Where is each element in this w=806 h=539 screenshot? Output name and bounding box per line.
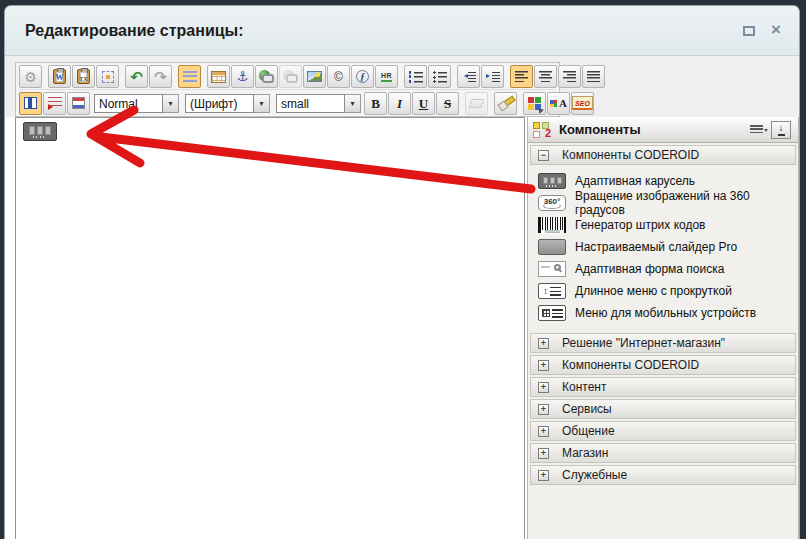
bold-button[interactable]: B	[364, 92, 387, 115]
section-content[interactable]: + Контент	[530, 377, 796, 397]
increase-indent-icon	[486, 71, 500, 83]
undo-icon: ↶	[130, 69, 143, 84]
justify-icon	[587, 71, 600, 82]
flash-button[interactable]: ƒ	[351, 65, 374, 88]
expand-icon[interactable]: +	[538, 470, 549, 481]
collapse-icon[interactable]: −	[538, 150, 549, 161]
placed-adaptive-carousel-component[interactable]	[23, 122, 57, 141]
font-size-dropdown[interactable]: small ▾	[276, 94, 361, 113]
component-item-scrolling-menu[interactable]: ↕ Длинное меню с прокруткой	[528, 280, 798, 302]
chevron-down-icon[interactable]: ▾	[163, 94, 179, 113]
undo-button[interactable]: ↶	[125, 65, 148, 88]
redo-button[interactable]: ↷	[149, 65, 172, 88]
expand-icon[interactable]: +	[538, 360, 549, 371]
table-icon	[211, 71, 226, 83]
paragraph-format-value[interactable]: Normal	[94, 94, 163, 113]
insert-image-button[interactable]	[303, 65, 326, 88]
justify-button[interactable]	[582, 65, 605, 88]
align-center-button[interactable]	[534, 65, 557, 88]
highlight-brush-button[interactable]	[494, 92, 517, 115]
expand-icon[interactable]: +	[538, 426, 549, 437]
expand-icon[interactable]: +	[538, 382, 549, 393]
horizontal-rule-button[interactable]: HR	[375, 65, 398, 88]
copyright-icon: ©	[334, 71, 343, 83]
styled-div-button[interactable]	[43, 92, 66, 115]
seo-button[interactable]: SEO	[571, 92, 594, 115]
editor-canvas[interactable]	[15, 117, 525, 539]
show-blocks-button[interactable]	[178, 65, 201, 88]
container-block-button[interactable]	[19, 92, 42, 115]
component-item-360-rotation[interactable]: 360° Вращение изображений на 360 градусо…	[528, 192, 798, 214]
background-color-icon	[528, 97, 541, 110]
remove-link-button[interactable]	[279, 65, 302, 88]
insert-table-button[interactable]	[207, 65, 230, 88]
section-utility[interactable]: + Служебные	[530, 465, 796, 485]
anchor-button[interactable]: ⚓	[231, 65, 254, 88]
close-icon[interactable]: ×	[771, 23, 781, 37]
align-left-button[interactable]	[510, 65, 533, 88]
panel-menu-icon[interactable]	[750, 125, 763, 134]
component-item-search-form[interactable]: Адаптивная форма поиска	[528, 258, 798, 280]
edit-page-dialog: Редактирование страницы: × ⚙ W TX ↶ ↷ ⚓	[5, 6, 799, 539]
expand-icon[interactable]: +	[538, 448, 549, 459]
barcode-icon: 7010150	[538, 217, 566, 233]
bulleted-list-button[interactable]	[428, 65, 451, 88]
settings-button[interactable]: ⚙	[19, 65, 42, 88]
dialog-content: ⚙ W TX ↶ ↷ ⚓ © ƒ HR	[5, 56, 799, 539]
bold-icon: B	[371, 97, 380, 110]
font-size-value[interactable]: small	[276, 94, 345, 113]
chevron-down-icon[interactable]: ▾	[254, 94, 270, 113]
horizontal-rule-icon: HR	[381, 72, 392, 82]
section-communication[interactable]: + Общение	[530, 421, 796, 441]
underline-button[interactable]: U	[412, 92, 435, 115]
search-form-icon	[538, 261, 566, 277]
decrease-indent-button[interactable]	[457, 65, 480, 88]
section-services[interactable]: + Сервисы	[530, 399, 796, 419]
font-family-dropdown[interactable]: (Шрифт) ▾	[185, 94, 270, 113]
increase-indent-button[interactable]	[481, 65, 504, 88]
rotate-360-icon: 360°	[538, 195, 566, 211]
paste-plain-text-button[interactable]: TX	[72, 65, 95, 88]
paste-word-icon: W	[53, 69, 66, 84]
dock-arrow-icon: ↓	[778, 123, 785, 136]
select-all-button[interactable]	[96, 65, 119, 88]
link-icon	[259, 70, 274, 83]
section-components-coderoid[interactable]: + Компоненты CODEROID	[530, 355, 796, 375]
show-blocks-icon	[183, 71, 197, 82]
section-components-coderoid-expanded[interactable]: − Компоненты CODEROID	[530, 145, 796, 165]
numbered-list-button[interactable]	[404, 65, 427, 88]
paste-text-icon: TX	[77, 69, 90, 84]
background-color-button[interactable]	[523, 92, 546, 115]
split-container-button[interactable]	[67, 92, 90, 115]
components-panel-header: 2 Компоненты ↓	[528, 117, 798, 143]
align-right-button[interactable]	[558, 65, 581, 88]
dialog-titlebar: Редактирование страницы: ×	[5, 6, 799, 56]
component-item-slider-pro[interactable]: Настраиваемый слайдер Pro	[528, 236, 798, 258]
font-family-value[interactable]: (Шрифт)	[185, 94, 254, 113]
special-character-button[interactable]: ©	[327, 65, 350, 88]
anchor-icon: ⚓	[237, 70, 249, 83]
scroll-menu-icon: ↕	[538, 283, 566, 299]
text-color-button[interactable]: A	[547, 92, 570, 115]
logo-badge: 2	[545, 128, 551, 139]
italic-button[interactable]: I	[388, 92, 411, 115]
component-item-barcode-generator[interactable]: 7010150 Генератор штрих кодов	[528, 214, 798, 236]
mobile-menu-icon	[538, 305, 566, 321]
insert-link-button[interactable]	[255, 65, 278, 88]
redo-icon: ↷	[154, 69, 167, 84]
section-internet-shop[interactable]: + Решение "Интернет-магазин"	[530, 333, 796, 353]
remove-format-button[interactable]	[465, 92, 488, 115]
decrease-indent-icon	[462, 71, 476, 83]
expand-icon[interactable]: +	[538, 404, 549, 415]
strikethrough-button[interactable]: S	[436, 92, 459, 115]
expand-icon[interactable]: +	[538, 338, 549, 349]
paragraph-format-dropdown[interactable]: Normal ▾	[94, 94, 179, 113]
paste-from-word-button[interactable]: W	[48, 65, 71, 88]
text-color-icon: A	[550, 98, 567, 109]
component-item-mobile-menu[interactable]: Меню для мобильных устройств	[528, 302, 798, 324]
panel-dock-button[interactable]: ↓	[771, 121, 791, 139]
maximize-icon[interactable]	[743, 26, 755, 36]
slider-icon	[538, 239, 566, 255]
chevron-down-icon[interactable]: ▾	[345, 94, 361, 113]
section-shop[interactable]: + Магазин	[530, 443, 796, 463]
